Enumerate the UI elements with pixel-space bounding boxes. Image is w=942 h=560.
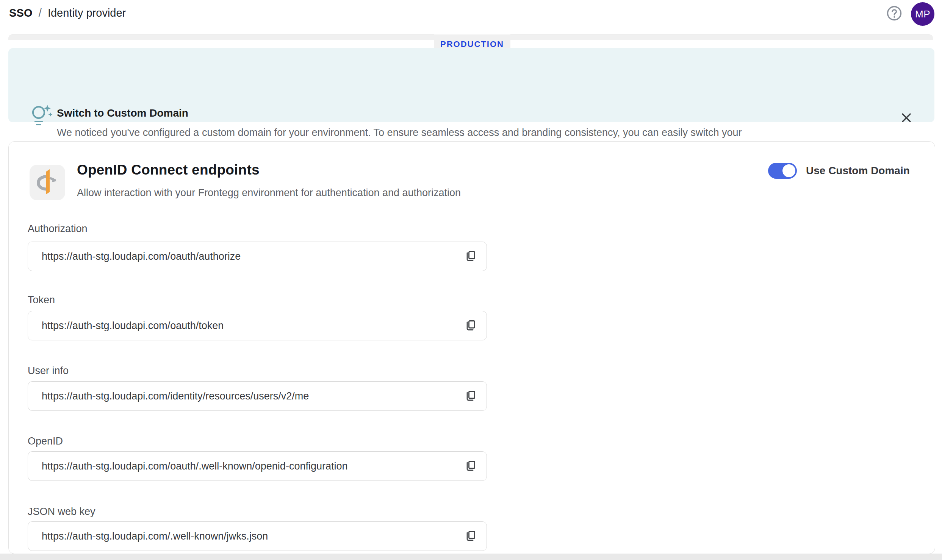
authorization-value: https://auth-stg.loudapi.com/oauth/autho…: [42, 251, 462, 262]
openid-endpoints-card: OpenID Connect endpoints Allow interacti…: [8, 141, 935, 554]
toggle-knob: [782, 164, 795, 177]
page: SSO / Identity provider MP PRODUCTION: [0, 0, 942, 560]
help-button[interactable]: [886, 6, 903, 22]
copy-user-info-button[interactable]: [462, 388, 479, 404]
banner-title: Switch to Custom Domain: [57, 107, 188, 119]
openid-value: https://auth-stg.loudapi.com/oauth/.well…: [42, 460, 462, 472]
breadcrumb: SSO / Identity provider: [9, 7, 126, 19]
breadcrumb-identity-provider: Identity provider: [48, 7, 126, 19]
card-title: OpenID Connect endpoints: [77, 162, 260, 178]
banner-close-button[interactable]: [898, 110, 915, 127]
user-info-label: User info: [28, 365, 69, 377]
avatar-initials: MP: [915, 8, 930, 20]
copy-token-button[interactable]: [462, 317, 479, 334]
authorization-input[interactable]: https://auth-stg.loudapi.com/oauth/autho…: [28, 242, 487, 271]
custom-domain-banner: Switch to Custom Domain We noticed you'v…: [8, 48, 934, 122]
token-value: https://auth-stg.loudapi.com/oauth/token: [42, 320, 462, 332]
avatar[interactable]: MP: [911, 2, 934, 26]
card-subtitle: Allow interaction with your Frontegg env…: [77, 187, 461, 199]
lightbulb-sparkle-icon: [29, 103, 56, 132]
toggle-label: Use Custom Domain: [806, 165, 910, 177]
use-custom-domain-toggle[interactable]: [768, 163, 797, 179]
help-circle-icon: [886, 5, 902, 23]
breadcrumb-sso[interactable]: SSO: [9, 7, 33, 19]
environment-badge-label: PRODUCTION: [440, 39, 504, 49]
topbar-actions: MP: [886, 2, 934, 27]
copy-authorization-button[interactable]: [462, 248, 479, 265]
token-label: Token: [28, 294, 55, 306]
json-web-key-input[interactable]: https://auth-stg.loudapi.com/.well-known…: [28, 521, 487, 551]
user-info-input[interactable]: https://auth-stg.loudapi.com/identity/re…: [28, 381, 487, 411]
json-web-key-label: JSON web key: [28, 506, 95, 518]
openid-label: OpenID: [28, 435, 63, 447]
top-bar: SSO / Identity provider MP: [0, 0, 942, 28]
banner-body-line1: We noticed you've configured a custom do…: [57, 127, 742, 139]
token-input[interactable]: https://auth-stg.loudapi.com/oauth/token: [28, 311, 487, 340]
openid-input[interactable]: https://auth-stg.loudapi.com/oauth/.well…: [28, 451, 487, 481]
openid-logo-icon: [35, 168, 60, 197]
custom-domain-toggle-row: Use Custom Domain: [768, 162, 910, 179]
close-icon: [900, 111, 913, 126]
copy-json-web-key-button[interactable]: [462, 528, 479, 544]
breadcrumb-separator: /: [39, 7, 42, 19]
json-web-key-value: https://auth-stg.loudapi.com/.well-known…: [42, 530, 462, 542]
copy-openid-button[interactable]: [462, 458, 479, 474]
user-info-value: https://auth-stg.loudapi.com/identity/re…: [42, 390, 462, 402]
openid-logo-tile: [30, 165, 65, 200]
viewport-bottom-strip: [0, 554, 942, 560]
authorization-label: Authorization: [28, 223, 88, 235]
